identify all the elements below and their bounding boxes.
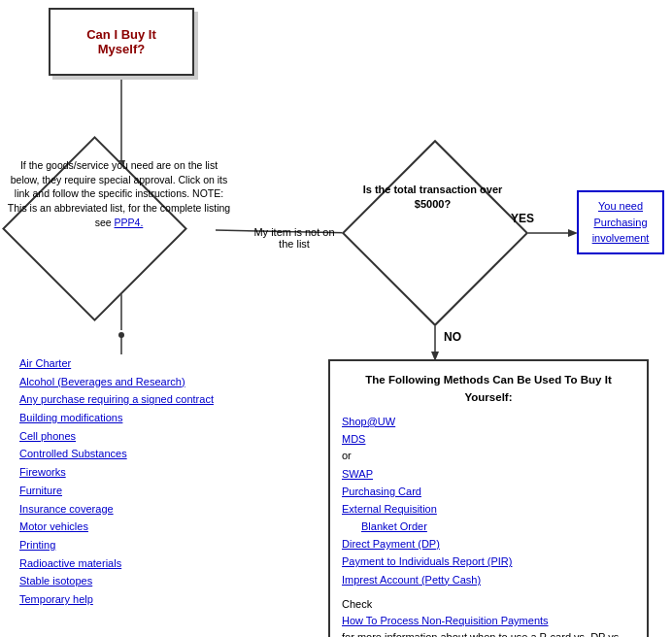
- methods-note: Check How To Process Non-Requisition Pay…: [342, 596, 635, 637]
- no-label: NO: [444, 330, 461, 344]
- flowchart: Can I Buy It Myself? If the goods/servic…: [0, 0, 672, 637]
- method-external-req[interactable]: External Requisition: [342, 500, 635, 518]
- list-item-stable[interactable]: Stable isotopes: [19, 572, 233, 590]
- non-req-payments-link[interactable]: How To Process Non-Requisition Payments: [342, 612, 635, 629]
- method-mds[interactable]: MDS: [342, 430, 635, 448]
- list-item-building[interactable]: Building modifications: [19, 409, 233, 427]
- list-item-controlled[interactable]: Controlled Substances: [19, 445, 233, 463]
- methods-box: The Following Methods Can Be Used To Buy…: [328, 359, 649, 637]
- method-mds-swap-row: MDS or SWAP: [342, 430, 635, 483]
- start-box-text: Can I Buy It Myself?: [86, 27, 156, 56]
- list-item-alcohol[interactable]: Alcohol (Beverages and Research): [19, 373, 233, 391]
- start-line1: Can I Buy It: [86, 27, 156, 42]
- list-item-furniture[interactable]: Furniture: [19, 482, 233, 500]
- arrow-label-left: My item is not on the list: [246, 226, 343, 250]
- start-box: Can I Buy It Myself?: [49, 8, 194, 76]
- purchasing-box: You need Purchasing involvement: [577, 190, 664, 254]
- list-item-temp-help[interactable]: Temporary help: [19, 590, 233, 609]
- right-diamond-text: Is the total transaction over $5000?: [357, 183, 508, 213]
- method-shopuw[interactable]: Shop@UW: [342, 413, 635, 430]
- list-item-air-charter[interactable]: Air Charter: [19, 354, 233, 373]
- list-item-fireworks[interactable]: Fireworks: [19, 463, 233, 482]
- methods-box-title: The Following Methods Can Be Used To Buy…: [342, 371, 635, 407]
- method-blanket-order[interactable]: Blanket Order: [342, 518, 635, 535]
- svg-point-3: [118, 332, 124, 338]
- left-diamond-text: If the goods/service you need are on the…: [5, 158, 233, 229]
- yes-label: YES: [511, 212, 534, 225]
- left-list: Air Charter Alcohol (Beverages and Resea…: [19, 354, 233, 609]
- method-imprest[interactable]: Imprest Account (Petty Cash): [342, 571, 635, 588]
- list-item-signed-contract[interactable]: Any purchase requiring a signed contract: [19, 390, 233, 409]
- list-item-radioactive[interactable]: Radioactive materials: [19, 554, 233, 573]
- ppp4-link[interactable]: PPP4.: [115, 217, 144, 228]
- list-item-motor[interactable]: Motor vehicles: [19, 518, 233, 536]
- method-swap[interactable]: SWAP: [342, 465, 635, 483]
- purchasing-link[interactable]: You need Purchasing involvement: [592, 200, 650, 244]
- start-line2: Myself?: [98, 42, 145, 56]
- method-pir[interactable]: Payment to Individuals Report (PIR): [342, 553, 635, 570]
- list-item-insurance[interactable]: Insurance coverage: [19, 500, 233, 519]
- list-item-cell-phones[interactable]: Cell phones: [19, 427, 233, 446]
- method-direct-payment[interactable]: Direct Payment (DP): [342, 535, 635, 553]
- method-purchasing-card[interactable]: Purchasing Card: [342, 483, 635, 500]
- list-item-printing[interactable]: Printing: [19, 536, 233, 554]
